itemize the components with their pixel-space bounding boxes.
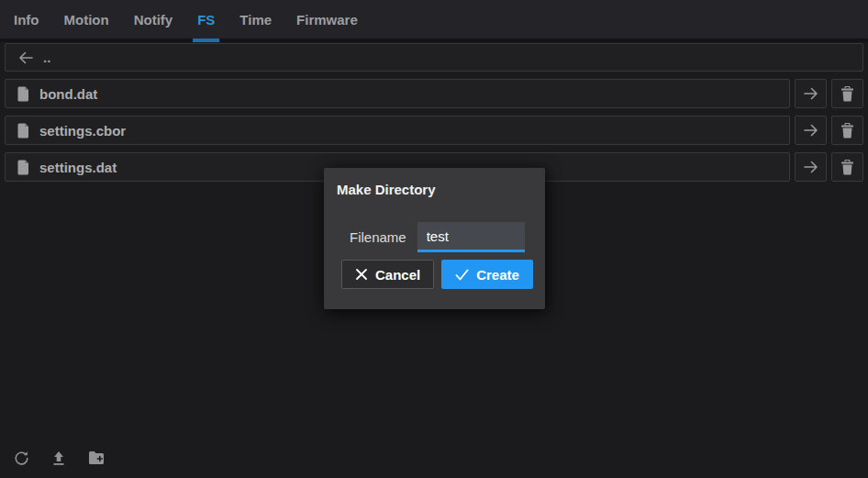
fs-toolbar — [12, 449, 106, 467]
cancel-button[interactable]: Cancel — [341, 260, 434, 289]
arrow-right-icon — [803, 86, 819, 101]
fs-page: Info Motion Notify FS Time Firmware .. — [0, 0, 868, 478]
tab-fs[interactable]: FS — [195, 0, 217, 39]
up-directory-label: .. — [43, 50, 50, 65]
file-name: settings.cbor — [39, 123, 126, 139]
folder-plus-icon — [88, 450, 106, 465]
filename-label: Filename — [350, 229, 406, 245]
open-file-button[interactable] — [795, 79, 827, 108]
tab-firmware[interactable]: Firmware — [295, 0, 360, 39]
file-icon — [17, 86, 30, 102]
cancel-button-label: Cancel — [375, 267, 420, 283]
filename-input[interactable] — [417, 222, 525, 252]
new-folder-button[interactable] — [87, 449, 106, 467]
dialog-title: Make Directory — [337, 182, 526, 197]
file-list: .. bond.dat — [5, 42, 863, 182]
delete-file-button[interactable] — [831, 116, 863, 145]
create-button[interactable]: Create — [441, 260, 533, 289]
refresh-button[interactable] — [12, 449, 30, 467]
open-file-button[interactable] — [795, 152, 827, 182]
file-name: bond.dat — [39, 86, 97, 102]
file-icon — [17, 123, 30, 139]
create-button-label: Create — [476, 267, 519, 283]
check-icon — [455, 269, 469, 281]
tab-info[interactable]: Info — [12, 0, 41, 39]
arrow-right-icon — [803, 160, 819, 174]
close-icon — [355, 268, 368, 281]
trash-icon — [840, 86, 854, 102]
tab-notify[interactable]: Notify — [132, 0, 175, 39]
tab-bar: Info Motion Notify FS Time Firmware — [0, 0, 868, 42]
open-file-button[interactable] — [795, 116, 827, 145]
list-item: .. — [5, 43, 863, 72]
trash-icon — [840, 160, 854, 175]
arrow-right-icon — [803, 123, 819, 138]
trash-icon — [840, 123, 854, 139]
delete-file-button[interactable] — [831, 152, 863, 182]
table-row: settings.cbor — [5, 116, 863, 145]
tab-time[interactable]: Time — [238, 0, 273, 39]
delete-file-button[interactable] — [831, 79, 863, 108]
file-icon — [17, 160, 30, 175]
refresh-icon — [14, 450, 29, 466]
file-name: settings.dat — [39, 160, 117, 175]
arrow-left-icon — [17, 50, 34, 65]
upload-icon — [51, 450, 66, 466]
upload-button[interactable] — [50, 449, 68, 467]
file-button[interactable]: settings.cbor — [5, 116, 790, 145]
tab-motion[interactable]: Motion — [62, 0, 111, 39]
table-row: bond.dat — [5, 79, 863, 108]
make-directory-dialog: Make Directory Filename Cancel — [324, 168, 545, 309]
file-button[interactable]: bond.dat — [5, 79, 790, 108]
up-directory-button[interactable]: .. — [5, 43, 863, 72]
